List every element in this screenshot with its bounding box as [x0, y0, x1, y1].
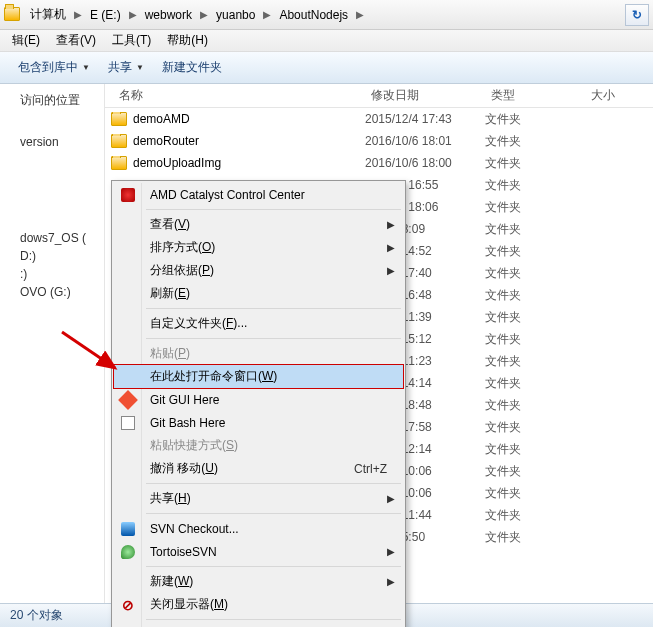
folder-icon [4, 7, 20, 23]
menu-item-git-gui[interactable]: Git GUI Here [114, 388, 403, 411]
column-type[interactable]: 类型 [485, 87, 585, 104]
column-headers: 名称 修改日期 类型 大小 [105, 84, 653, 108]
folder-type: 文件夹 [485, 155, 585, 172]
column-size[interactable]: 大小 [585, 87, 653, 104]
menu-item-open-command-window[interactable]: 在此处打开命令窗口(W) [113, 364, 404, 389]
chevron-right-icon[interactable]: ▶ [354, 9, 366, 20]
column-name[interactable]: 名称 [105, 87, 365, 104]
breadcrumb-item[interactable]: yuanbo [210, 4, 261, 26]
submenu-arrow-icon: ▶ [387, 265, 395, 276]
tortoise-icon [120, 544, 136, 560]
menu-item-customize[interactable]: 自定义文件夹(F)... [114, 312, 403, 335]
folder-icon [111, 112, 127, 126]
sidebar-item[interactable]: :) [6, 265, 104, 283]
context-menu: AMD Catalyst Control Center 查看(V) ▶ 排序方式… [111, 180, 406, 627]
menu-item-paste-shortcut: 粘贴快捷方式(S) [114, 434, 403, 457]
menu-tools[interactable]: 工具(T) [104, 30, 159, 51]
shortcut-text: Ctrl+Z [354, 462, 387, 476]
menu-view[interactable]: 查看(V) [48, 30, 104, 51]
folder-type: 文件夹 [485, 199, 585, 216]
folder-type: 文件夹 [485, 221, 585, 238]
menu-edit[interactable]: 辑(E) [4, 30, 48, 51]
toolbar: 包含到库中▼ 共享▼ 新建文件夹 [0, 52, 653, 84]
folder-type: 文件夹 [485, 133, 585, 150]
menu-item-view[interactable]: 查看(V) ▶ [114, 213, 403, 236]
menu-item-new[interactable]: 新建(W) ▶ [114, 570, 403, 593]
include-in-library-button[interactable]: 包含到库中▼ [10, 55, 98, 80]
breadcrumb-item[interactable]: AboutNodejs [273, 4, 354, 26]
folder-type: 文件夹 [485, 243, 585, 260]
folder-type: 文件夹 [485, 353, 585, 370]
folder-date: 2016/10/6 18:00 [365, 156, 485, 170]
folder-type: 文件夹 [485, 177, 585, 194]
submenu-arrow-icon: ▶ [387, 576, 395, 587]
folder-row[interactable]: demoAMD2015/12/4 17:43文件夹 [105, 108, 653, 130]
menu-item-undo-move[interactable]: 撤消 移动(U) Ctrl+Z [114, 457, 403, 480]
menu-help[interactable]: 帮助(H) [159, 30, 216, 51]
sidebar-item[interactable]: D:) [6, 247, 104, 265]
chevron-right-icon[interactable]: ▶ [127, 9, 139, 20]
git-icon [120, 392, 136, 408]
folder-type: 文件夹 [485, 507, 585, 524]
menu-item-share[interactable]: 共享(H) ▶ [114, 487, 403, 510]
submenu-arrow-icon: ▶ [387, 219, 395, 230]
folder-type: 文件夹 [485, 463, 585, 480]
svn-checkout-icon [120, 521, 136, 537]
breadcrumb-item[interactable]: 计算机 [24, 4, 72, 26]
menu-item-paste: 粘贴(P) [114, 342, 403, 365]
chevron-down-icon: ▼ [82, 63, 90, 72]
address-bar: 计算机▶ E (E:)▶ webwork▶ yuanbo▶ AboutNodej… [0, 0, 653, 30]
breadcrumb-item[interactable]: webwork [139, 4, 198, 26]
folder-type: 文件夹 [485, 287, 585, 304]
folder-type: 文件夹 [485, 331, 585, 348]
close-icon: ⊘ [120, 597, 136, 613]
menu-item-group[interactable]: 分组依据(P) ▶ [114, 259, 403, 282]
folder-date: 2016/10/6 18:01 [365, 134, 485, 148]
folder-row[interactable]: demoUploadImg2016/10/6 18:00文件夹 [105, 152, 653, 174]
column-date[interactable]: 修改日期 [365, 87, 485, 104]
chevron-right-icon[interactable]: ▶ [261, 9, 273, 20]
folder-type: 文件夹 [485, 265, 585, 282]
status-count: 20 个对象 [10, 607, 63, 624]
menu-item-properties[interactable]: 属性(R) [114, 623, 403, 627]
menu-item-amd[interactable]: AMD Catalyst Control Center [114, 183, 403, 206]
menu-item-close-display[interactable]: ⊘ 关闭显示器(M) [114, 593, 403, 616]
refresh-icon: ↻ [632, 8, 642, 22]
breadcrumb-item[interactable]: E (E:) [84, 4, 127, 26]
folder-type: 文件夹 [485, 111, 585, 128]
folder-type: 文件夹 [485, 529, 585, 546]
submenu-arrow-icon: ▶ [387, 242, 395, 253]
folder-type: 文件夹 [485, 375, 585, 392]
folder-type: 文件夹 [485, 419, 585, 436]
amd-icon [120, 187, 136, 203]
new-folder-button[interactable]: 新建文件夹 [154, 55, 230, 80]
folder-type: 文件夹 [485, 485, 585, 502]
folder-row[interactable]: demoRouter2016/10/6 18:01文件夹 [105, 130, 653, 152]
terminal-icon [120, 415, 136, 431]
menu-bar: 辑(E) 查看(V) 工具(T) 帮助(H) [0, 30, 653, 52]
menu-item-svn-checkout[interactable]: SVN Checkout... [114, 517, 403, 540]
folder-name: demoRouter [133, 134, 199, 148]
submenu-arrow-icon: ▶ [387, 493, 395, 504]
folder-date: 2015/12/4 17:43 [365, 112, 485, 126]
folder-type: 文件夹 [485, 397, 585, 414]
menu-item-git-bash[interactable]: Git Bash Here [114, 411, 403, 434]
sidebar-item[interactable]: 访问的位置 [6, 90, 104, 111]
sidebar-item[interactable]: dows7_OS ( [6, 229, 104, 247]
menu-item-sort[interactable]: 排序方式(O) ▶ [114, 236, 403, 259]
share-button[interactable]: 共享▼ [100, 55, 152, 80]
folder-icon [111, 134, 127, 148]
chevron-right-icon[interactable]: ▶ [72, 9, 84, 20]
folder-type: 文件夹 [485, 441, 585, 458]
sidebar-item[interactable]: version [6, 133, 104, 151]
menu-item-tortoisesvn[interactable]: TortoiseSVN ▶ [114, 540, 403, 563]
folder-icon [111, 156, 127, 170]
folder-name: demoUploadImg [133, 156, 221, 170]
chevron-right-icon[interactable]: ▶ [198, 9, 210, 20]
folder-name: demoAMD [133, 112, 190, 126]
menu-item-refresh[interactable]: 刷新(E) [114, 282, 403, 305]
refresh-button[interactable]: ↻ [625, 4, 649, 26]
sidebar-item[interactable]: OVO (G:) [6, 283, 104, 301]
navigation-sidebar: 访问的位置 version dows7_OS ( D:) :) OVO (G:) [0, 84, 105, 603]
submenu-arrow-icon: ▶ [387, 546, 395, 557]
